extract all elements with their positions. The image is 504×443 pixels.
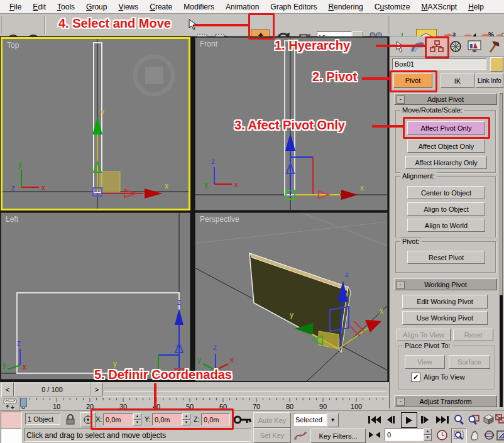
viewport-left[interactable]: z y zyx Left [1, 212, 190, 380]
play-button[interactable] [401, 412, 417, 428]
object-name-field[interactable]: Box01 [392, 58, 486, 70]
menu-create[interactable]: Create [144, 1, 178, 13]
zoom-button[interactable] [452, 412, 465, 426]
svg-text:x: x [234, 180, 238, 189]
align-to-view-checkbox-label: Align To View [424, 373, 465, 381]
selection-lock-toggle[interactable] [64, 413, 77, 425]
selection-count: 1 Object [25, 413, 60, 425]
maximize-viewport-toggle[interactable] [496, 429, 504, 442]
tab-display[interactable] [466, 38, 483, 54]
affect-object-only-button[interactable]: Affect Object Only [407, 139, 485, 153]
viewport-left-scene: z y zyx [1, 213, 190, 379]
annotation-step2-box [390, 70, 437, 92]
menu-animation[interactable]: Animation [220, 1, 265, 13]
annotation-step4-box [248, 13, 275, 40]
time-slider-frame-marker[interactable] [20, 398, 27, 407]
svg-text:10: 10 [53, 403, 60, 410]
pan-button[interactable] [468, 429, 481, 442]
menu-customize[interactable]: Customize [369, 1, 416, 13]
menu-edit[interactable]: Edit [27, 1, 52, 13]
tab-motion[interactable] [447, 38, 464, 54]
key-step-toggle[interactable] [367, 429, 382, 440]
motion-icon [449, 40, 462, 53]
scrollbar-thumb[interactable] [500, 93, 503, 295]
edit-working-pivot-button[interactable]: Edit Working Pivot [402, 295, 488, 309]
place-surface-button[interactable]: Surface [449, 355, 490, 369]
previous-frame-icon [387, 416, 396, 424]
svg-text:x: x [165, 182, 168, 190]
time-slider-next-button[interactable]: > [90, 383, 103, 397]
time-slider-prev-button[interactable]: < [1, 383, 14, 397]
viewport-front-label: Front [200, 40, 217, 48]
svg-text:z: z [17, 339, 21, 347]
command-panel-scrollbar[interactable] [500, 93, 503, 407]
time-slider-track[interactable] [104, 388, 387, 391]
menu-rendering[interactable]: Rendering [322, 1, 368, 13]
menu-views[interactable]: Views [112, 1, 144, 13]
annotation-step3-line [372, 125, 403, 128]
svg-text:y: y [290, 310, 293, 319]
svg-text:x: x [230, 356, 234, 364]
zoom-all-button[interactable] [468, 412, 480, 426]
viewport-top[interactable]: y x yxz Top [1, 37, 190, 211]
align-to-view-checkbox[interactable]: ✓ [411, 373, 420, 382]
tab-utilities[interactable] [485, 38, 501, 54]
use-working-pivot-button[interactable]: Use Working Pivot [402, 311, 488, 325]
pan-hand-icon [469, 430, 480, 440]
place-view-button[interactable]: View [405, 355, 445, 369]
arc-rotate-icon [484, 430, 495, 440]
go-to-start-button[interactable] [367, 413, 382, 426]
zoom-extents-all-button[interactable] [495, 412, 504, 426]
adjust-transform-rollout-header[interactable]: - Adjust Transform [394, 395, 497, 407]
affect-hierarchy-only-button[interactable]: Affect Hierarchy Only [405, 156, 487, 169]
ik-tab-button[interactable]: IK [441, 74, 474, 88]
working-pivot-rollout-header[interactable]: - Working Pivot [394, 278, 497, 290]
play-icon [406, 417, 412, 424]
open-mini-curve-editor-button[interactable] [2, 398, 18, 410]
viewport-perspective[interactable]: z y x zyx Perspective [195, 212, 388, 381]
zoom-extents-icon [483, 414, 494, 425]
next-frame-button[interactable] [419, 413, 432, 426]
previous-frame-button[interactable] [385, 413, 398, 426]
display-icon [468, 40, 481, 53]
menu-help[interactable]: Help [463, 1, 490, 13]
default-in-out-tangents-button[interactable] [293, 429, 308, 442]
menu-maxscript[interactable]: MAXScript [416, 1, 463, 13]
arc-rotate-button[interactable] [483, 429, 495, 442]
maxscript-listener-white[interactable] [1, 428, 22, 443]
key-filters-button[interactable]: Key Filters... [310, 429, 366, 443]
align-to-world-button[interactable]: Align to World [407, 219, 485, 232]
object-color-swatch[interactable] [490, 57, 503, 72]
key-mode-dropdown[interactable]: Selected [293, 413, 327, 426]
align-to-object-button[interactable]: Align to Object [407, 202, 485, 216]
adjust-pivot-rollout-header[interactable]: - Adjust Pivot [394, 93, 497, 105]
time-configuration-button[interactable] [435, 429, 449, 441]
viewport-area: y x yxz Top x [0, 36, 389, 382]
zoom-extents-button[interactable] [483, 412, 494, 426]
maxscript-listener-pink[interactable] [1, 412, 22, 429]
region-zoom-button[interactable] [451, 428, 467, 443]
menu-graph-editors[interactable]: Graph Editors [265, 1, 322, 13]
link-info-tab-button[interactable]: Link Info [476, 74, 503, 88]
go-to-start-icon [368, 416, 381, 424]
reset-button[interactable]: Reset [453, 329, 493, 341]
menu-tools[interactable]: Tools [52, 1, 80, 13]
menu-group[interactable]: Group [80, 1, 112, 13]
align-to-view-button[interactable]: Align To View [397, 329, 451, 341]
time-slider-handle[interactable]: 0 / 100 [14, 383, 90, 397]
key-mode-dropdown-arrow[interactable]: ▼ [327, 413, 339, 427]
go-to-end-button[interactable] [435, 413, 450, 426]
svg-text:y: y [204, 180, 208, 189]
current-frame-field[interactable]: 0 [385, 429, 424, 441]
center-to-object-button[interactable]: Center to Object [407, 186, 485, 199]
auto-key-button[interactable]: Auto Key [253, 412, 291, 428]
svg-text:90: 90 [319, 403, 327, 410]
zoom-extents-all-icon [495, 414, 504, 425]
menu-modifiers[interactable]: Modifiers [178, 1, 220, 13]
set-key-button[interactable]: Set Key [253, 428, 291, 443]
object-name-value: Box01 [395, 60, 414, 68]
reset-pivot-button[interactable]: Reset Pivot [407, 251, 485, 264]
viewport-top-scene: y x yxz [3, 39, 189, 209]
menu-file[interactable]: File [4, 1, 27, 13]
frame-spinner[interactable]: ▲▼ [424, 429, 432, 441]
